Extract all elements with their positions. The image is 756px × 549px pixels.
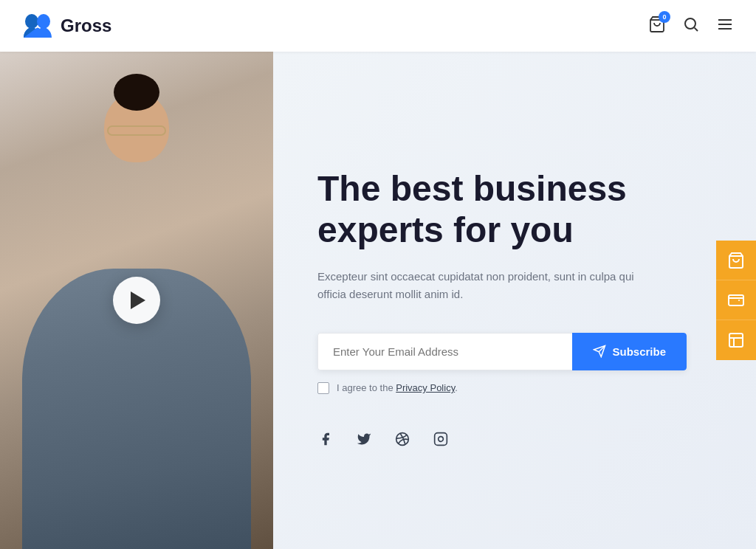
hero-subtitle: Excepteur sint occaecat cupidatat non pr… bbox=[317, 268, 657, 303]
header: Gross 0 bbox=[0, 0, 756, 52]
search-button[interactable] bbox=[682, 15, 700, 36]
right-sidebar bbox=[716, 241, 756, 360]
svg-point-1 bbox=[37, 14, 50, 29]
svg-line-4 bbox=[695, 28, 698, 31]
svg-rect-11 bbox=[435, 432, 447, 445]
cart-badge: 0 bbox=[659, 11, 670, 23]
svg-point-3 bbox=[685, 18, 695, 29]
svg-point-0 bbox=[25, 14, 38, 29]
logo-text: Gross bbox=[61, 15, 111, 36]
sidebar-wallet-button[interactable] bbox=[716, 280, 756, 320]
content-panel: The best business experts for you Except… bbox=[273, 52, 756, 549]
hero-title: The best business experts for you bbox=[317, 168, 672, 249]
send-icon bbox=[593, 345, 606, 358]
privacy-policy-link[interactable]: Privacy Policy bbox=[396, 382, 455, 393]
svg-rect-16 bbox=[729, 334, 743, 347]
dribbble-icon[interactable] bbox=[394, 431, 410, 447]
email-input[interactable] bbox=[317, 333, 572, 370]
social-icons bbox=[317, 431, 712, 447]
sidebar-layout-icon bbox=[727, 331, 745, 349]
search-icon bbox=[682, 15, 700, 33]
instagram-icon[interactable] bbox=[433, 431, 449, 447]
header-actions: 0 bbox=[648, 15, 734, 36]
subscribe-label: Subscribe bbox=[612, 345, 666, 358]
sidebar-wallet-icon bbox=[727, 291, 745, 309]
sidebar-cart-icon bbox=[727, 252, 745, 269]
image-panel bbox=[0, 52, 273, 549]
logo-area: Gross bbox=[22, 13, 111, 39]
privacy-checkbox[interactable] bbox=[317, 382, 329, 394]
cart-button[interactable]: 0 bbox=[648, 15, 666, 36]
sidebar-layout-button[interactable] bbox=[716, 320, 756, 360]
play-icon bbox=[131, 291, 145, 309]
subscribe-form: Subscribe bbox=[317, 333, 687, 370]
subscribe-button[interactable]: Subscribe bbox=[572, 333, 687, 370]
logo-icon bbox=[22, 13, 53, 39]
twitter-icon[interactable] bbox=[356, 431, 372, 447]
hamburger-icon bbox=[716, 15, 734, 33]
privacy-text: I agree to the Privacy Policy. bbox=[337, 382, 458, 393]
sidebar-cart-button[interactable] bbox=[716, 241, 756, 280]
menu-button[interactable] bbox=[716, 15, 734, 36]
svg-rect-14 bbox=[729, 295, 743, 305]
privacy-row: I agree to the Privacy Policy. bbox=[317, 382, 712, 394]
play-button[interactable] bbox=[113, 277, 160, 324]
facebook-icon[interactable] bbox=[317, 431, 334, 447]
main-content: The best business experts for you Except… bbox=[0, 52, 756, 549]
